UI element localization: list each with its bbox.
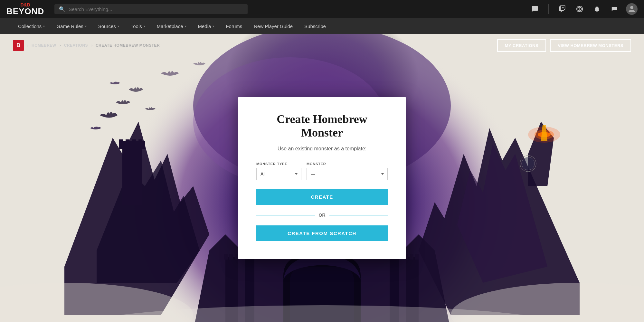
monster-group: MONSTER — <box>307 162 388 180</box>
nav-media[interactable]: Media ▾ <box>193 18 220 34</box>
chevron-down-icon: ▾ <box>144 24 145 28</box>
breadcrumb-chevron-1: › <box>27 43 28 48</box>
or-divider: OR <box>256 213 388 218</box>
chevron-down-icon: ▾ <box>85 24 87 28</box>
chevron-down-icon: ▾ <box>213 24 214 28</box>
create-button[interactable]: CREATE <box>256 189 388 205</box>
search-icon: 🔍 <box>59 6 65 12</box>
target-icon[interactable] <box>574 3 585 15</box>
breadcrumb-chevron-2: › <box>60 43 61 48</box>
user-avatar[interactable] <box>626 3 638 15</box>
svg-point-32 <box>520 156 536 172</box>
svg-rect-24 <box>245 251 254 322</box>
monster-type-select[interactable]: All Beast Humanoid Undead Fiend Celestia… <box>256 168 301 180</box>
svg-rect-27 <box>229 254 233 260</box>
svg-point-36 <box>64 305 580 322</box>
nav-icon-group <box>529 3 638 15</box>
my-creations-button[interactable]: MY CREATIONS <box>497 39 546 52</box>
svg-rect-13 <box>119 141 145 149</box>
form-title: Create Homebrew Monster <box>256 112 388 139</box>
search-input[interactable] <box>69 6 243 12</box>
svg-rect-17 <box>138 139 142 146</box>
nav-collections[interactable]: Collections ▾ <box>13 18 50 34</box>
breadcrumb-bar: B › HOMEBREW › CREATIONS › CREATE HOMEBR… <box>0 34 644 57</box>
nav-forums[interactable]: Forums <box>221 18 247 34</box>
monster-label: MONSTER <box>307 162 388 166</box>
logo[interactable]: D&D BEYOND <box>6 3 44 15</box>
svg-rect-22 <box>225 257 238 322</box>
svg-rect-26 <box>224 254 228 260</box>
top-navbar: D&D BEYOND 🔍 <box>0 0 644 18</box>
svg-rect-25 <box>390 251 399 322</box>
chevron-down-icon: ▾ <box>118 24 119 28</box>
svg-rect-31 <box>415 254 419 260</box>
or-text: OR <box>319 213 326 218</box>
monster-type-label: MONSTER TYPE <box>256 162 301 166</box>
breadcrumb: B › HOMEBREW › CREATIONS › CREATE HOMEBR… <box>13 40 160 51</box>
svg-point-19 <box>535 130 554 139</box>
svg-rect-16 <box>132 139 136 146</box>
nav-tools[interactable]: Tools ▾ <box>126 18 150 34</box>
form-row: MONSTER TYPE All Beast Humanoid Undead F… <box>256 162 388 180</box>
svg-rect-15 <box>126 139 129 146</box>
svg-marker-21 <box>541 125 547 141</box>
monster-select[interactable]: — <box>307 168 388 180</box>
bell-icon[interactable] <box>591 3 603 15</box>
nav-game-rules[interactable]: Game Rules ▾ <box>51 18 91 34</box>
create-monster-form: Create Homebrew Monster Use an existing … <box>238 97 406 259</box>
or-line-right <box>329 215 388 215</box>
breadcrumb-creations[interactable]: CREATIONS <box>64 43 88 48</box>
svg-point-20 <box>528 127 560 143</box>
logo-beyond: BEYOND <box>6 7 44 15</box>
svg-point-33 <box>522 157 535 170</box>
nav-marketplace[interactable]: Marketplace ▾ <box>152 18 192 34</box>
secondary-navbar: Collections ▾ Game Rules ▾ Sources ▾ Too… <box>0 18 644 34</box>
svg-rect-30 <box>410 254 413 260</box>
breadcrumb-homebrew[interactable]: HOMEBREW <box>32 43 56 48</box>
separator <box>548 4 549 14</box>
breadcrumb-current: CREATE HOMEBREW MONSTER <box>96 43 160 48</box>
twitch-icon[interactable] <box>556 3 568 15</box>
svg-point-34 <box>0 283 193 322</box>
breadcrumb-actions: MY CREATIONS VIEW HOMEBREW MONSTERS <box>497 39 631 52</box>
breadcrumb-chevron-3: › <box>91 43 92 48</box>
or-line-left <box>256 215 315 215</box>
view-homebrew-button[interactable]: VIEW HOMEBREW MONSTERS <box>550 39 631 52</box>
search-bar[interactable]: 🔍 <box>54 4 248 14</box>
svg-rect-14 <box>119 139 123 146</box>
chevron-down-icon: ▾ <box>43 24 45 28</box>
nav-sources[interactable]: Sources ▾ <box>93 18 124 34</box>
svg-point-18 <box>538 132 551 137</box>
chevron-down-icon: ▾ <box>185 24 186 28</box>
message-icon[interactable] <box>609 3 620 15</box>
home-breadcrumb[interactable]: B <box>13 40 24 51</box>
hero-area: B › HOMEBREW › CREATIONS › CREATE HOMEBR… <box>0 34 644 322</box>
svg-rect-23 <box>406 257 419 322</box>
svg-point-35 <box>451 283 644 322</box>
nav-new-player-guide[interactable]: New Player Guide <box>249 18 298 34</box>
create-from-scratch-button[interactable]: CREATE FROM SCRATCH <box>256 225 388 241</box>
chat-bubble-icon[interactable] <box>529 3 541 15</box>
form-subtitle: Use an existing monster as a template: <box>256 146 388 152</box>
nav-subscribe[interactable]: Subscribe <box>299 18 331 34</box>
svg-point-2 <box>579 8 580 10</box>
svg-rect-12 <box>122 147 142 205</box>
monster-type-group: MONSTER TYPE All Beast Humanoid Undead F… <box>256 162 301 180</box>
